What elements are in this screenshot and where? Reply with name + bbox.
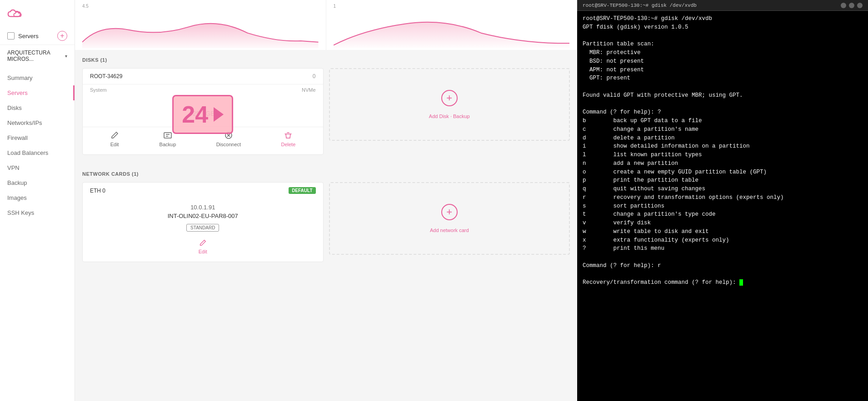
edit-network-icon (199, 239, 207, 247)
default-badge: DEFAULT (289, 187, 315, 194)
terminal-line: n add a new partition (583, 159, 863, 168)
sidebar-item-summary[interactable]: Summary (0, 70, 75, 85)
sidebar-item-load-balancers[interactable]: Load Balancers (0, 145, 75, 160)
terminal-line: Found valid GPT with protective MBR; usi… (583, 91, 863, 100)
terminal-title: root@SRV-TEP500-130:~# gdisk /dev/xvdb (583, 3, 697, 8)
terminal-line: s sort partitions (583, 202, 863, 211)
network-name: INT-OLIN02-EU-PAR8-007 (90, 213, 316, 219)
terminal-line: c change a partition's name (583, 125, 863, 134)
terminal-panel: root@SRV-TEP500-130:~# gdisk /dev/xvdb r… (577, 0, 868, 401)
svg-rect-0 (164, 133, 171, 138)
terminal-line: p print the partition table (583, 176, 863, 185)
disk-type-value: NVMe (302, 87, 316, 93)
edit-disk-button[interactable]: Edit (110, 131, 119, 147)
add-disk-circle-icon: + (441, 90, 458, 106)
terminal-line: GPT fdisk (gdisk) version 1.0.5 (583, 23, 863, 32)
terminal-close-button[interactable] (857, 3, 863, 8)
terminal-line: o create a new empty GUID partition tabl… (583, 168, 863, 177)
logo-area (0, 0, 75, 27)
scrollable-main: 4.5 60:00 60:02 60:04 60:06 (75, 0, 577, 401)
terminal-line: w write table to disk and exit (583, 228, 863, 236)
project-name: ARQUITECTURA MICROS... (7, 50, 63, 62)
sidebar: Servers + ARQUITECTURA MICROS... ▾ Summa… (0, 0, 75, 401)
sidebar-item-images[interactable]: Images (0, 190, 75, 205)
arrow-right-icon (214, 107, 224, 122)
terminal-line: v verify disk (583, 219, 863, 228)
network-header: NETWORK CARDS (1) (82, 171, 570, 177)
edit-network-button[interactable]: Edit (199, 239, 207, 254)
disk-number: 24 (182, 101, 208, 128)
sidebar-nav: Summary Servers Disks Networks/IPs Firew… (0, 67, 75, 401)
terminal-line: d delete a partition (583, 134, 863, 143)
sidebar-item-ssh-keys[interactable]: SSH Keys (0, 205, 75, 220)
terminal-line (583, 83, 863, 91)
content-area: 4.5 60:00 60:02 60:04 60:06 (75, 0, 868, 401)
cloud-logo-icon (7, 8, 24, 19)
disks-section: DISKS (1) ROOT-34629 0 System NVMe (75, 50, 577, 275)
terminal-line (583, 100, 863, 109)
terminal-line: q quit without saving changes (583, 185, 863, 193)
terminal-cursor (739, 279, 743, 286)
terminal-line: r recovery and transformation options (e… (583, 193, 863, 202)
standard-badge: STANDARD (186, 224, 219, 232)
disk-count: 0 (313, 73, 316, 79)
terminal-line: l list known partition types (583, 151, 863, 159)
disk-info-row: System NVMe (83, 84, 323, 95)
chart2-label: 1 (334, 4, 336, 9)
chart1-label: 4.5 (82, 4, 89, 9)
terminal-maximize-button[interactable] (849, 3, 854, 8)
add-disk-label: Add Disk · Backup (429, 114, 470, 119)
disks-header: DISKS (1) (82, 57, 570, 63)
chart-panel-1: 4.5 60:00 60:02 60:04 60:06 (75, 0, 326, 50)
network-card-header: ETH 0 DEFAULT (83, 183, 323, 198)
terminal-line: Command (? for help): ? (583, 108, 863, 117)
terminal-line: b back up GPT data to a file (583, 117, 863, 125)
add-network-circle-icon: + (441, 204, 458, 220)
sidebar-item-firewall[interactable]: Firewall (0, 130, 75, 145)
terminal-line (583, 32, 863, 40)
network-ip: 10.0.1.91 (90, 204, 316, 211)
terminal-minimize-button[interactable] (841, 3, 846, 8)
backup-icon (163, 131, 172, 140)
sidebar-item-backup[interactable]: Backup (0, 175, 75, 190)
network-card-body: 10.0.1.91 INT-OLIN02-EU-PAR8-007 STANDAR… (83, 198, 323, 262)
terminal-line: APM: not present (583, 66, 863, 74)
add-server-button[interactable]: + (57, 31, 67, 41)
disk-number-badge: 24 (172, 95, 233, 134)
add-network-label: Add network card (430, 228, 469, 233)
terminal-line: t change a partition's type code (583, 210, 863, 219)
terminal-controls (841, 3, 863, 8)
delete-disk-button[interactable]: Delete (281, 131, 295, 147)
sidebar-item-networks[interactable]: Networks/IPs (0, 115, 75, 130)
sidebar-item-vpn[interactable]: VPN (0, 160, 75, 175)
chart1-svg (82, 12, 319, 48)
add-disk-placeholder[interactable]: + Add Disk · Backup (329, 68, 570, 141)
charts-section: 4.5 60:00 60:02 60:04 60:06 (75, 0, 577, 50)
edit-icon (110, 131, 119, 140)
delete-icon (284, 131, 293, 140)
terminal-line: ? print this menu (583, 244, 863, 253)
project-selector[interactable]: ARQUITECTURA MICROS... ▾ (0, 45, 75, 67)
disk-card-wrapper: ROOT-34629 0 System NVMe 25 GB (82, 68, 324, 160)
backup-disk-button[interactable]: Backup (160, 131, 176, 147)
terminal-line: Command (? for help): r (583, 262, 863, 270)
servers-label: Servers (18, 33, 39, 40)
chart2-svg (334, 12, 570, 48)
terminal-line: Partition table scan: (583, 40, 863, 49)
terminal-body[interactable]: root@SRV-TEP500-130:~# gdisk /dev/xvdbGP… (577, 11, 868, 401)
terminal-line: MBR: protective (583, 49, 863, 57)
disk-card-header: ROOT-34629 0 (83, 69, 323, 84)
terminal-line (583, 270, 863, 279)
network-card: ETH 0 DEFAULT 10.0.1.91 INT-OLIN02-EU-PA… (82, 182, 324, 262)
terminal-line: Recovery/transformation command (? for h… (583, 278, 863, 287)
chart-panel-2: 1 60:00 60:02 60: (326, 0, 578, 50)
servers-icon (7, 32, 15, 40)
disk-grid: ROOT-34629 0 System NVMe 25 GB (82, 68, 570, 160)
sidebar-item-disks[interactable]: Disks (0, 100, 75, 115)
add-network-placeholder[interactable]: + Add network card (329, 182, 570, 255)
disk-name: ROOT-34629 (90, 73, 122, 79)
terminal-line: x extra functionality (experts only) (583, 236, 863, 245)
servers-header: Servers + (0, 27, 75, 45)
terminal-line: BSD: not present (583, 57, 863, 66)
sidebar-item-servers[interactable]: Servers (0, 85, 75, 100)
